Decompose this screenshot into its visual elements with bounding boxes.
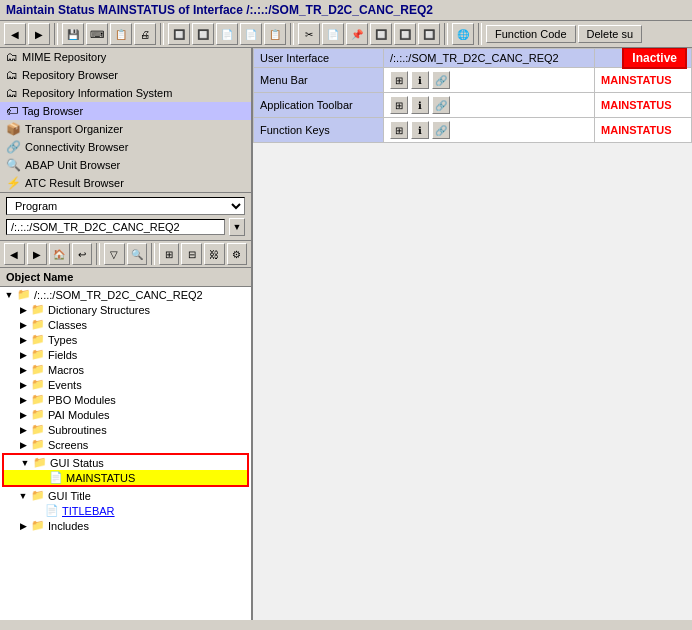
- tree-item-events[interactable]: ▶ 📁 Events: [0, 377, 251, 392]
- root-label: /:.:.:/SOM_TR_D2C_CANC_REQ2: [32, 289, 203, 301]
- sep1: [54, 23, 58, 45]
- function-code-btn[interactable]: Function Code: [486, 25, 576, 43]
- classes-expander[interactable]: ▶: [16, 320, 30, 330]
- repo-info-icon: 🗂: [6, 86, 18, 100]
- shortcut-btn[interactable]: ⌨: [86, 23, 108, 45]
- tree-expand-btn[interactable]: ⊞: [159, 243, 180, 265]
- tree-item-pbo[interactable]: ▶ 📁 PBO Modules: [0, 392, 251, 407]
- tag-browser-icon: 🏷: [6, 104, 18, 118]
- program-input[interactable]: [6, 219, 225, 235]
- tree-item-dict[interactable]: ▶ 📁 Dictionary Structures: [0, 302, 251, 317]
- content-table: User Interface /:.:.:/SOM_TR_D2C_CANC_RE…: [253, 48, 692, 143]
- fields-expander[interactable]: ▶: [16, 350, 30, 360]
- sidebar-item-abap-unit[interactable]: 🔍 ABAP Unit Browser: [0, 156, 251, 174]
- nav-up-btn[interactable]: 🏠: [49, 243, 70, 265]
- function-keys-icons-cell: ⊞ ℹ 🔗: [384, 118, 595, 143]
- tree-collapse-btn[interactable]: ⊟: [181, 243, 202, 265]
- btn11[interactable]: 🔲: [394, 23, 416, 45]
- tree-item-macros[interactable]: ▶ 📁 Macros: [0, 362, 251, 377]
- sidebar-item-transport[interactable]: 📦 Transport Organizer: [0, 120, 251, 138]
- tree-item-classes[interactable]: ▶ 📁 Classes: [0, 317, 251, 332]
- pai-expander[interactable]: ▶: [16, 410, 30, 420]
- btn10[interactable]: 🔲: [370, 23, 392, 45]
- types-label: Types: [46, 334, 77, 346]
- tree-item-mainstatus[interactable]: 📄 MAINSTATUS: [4, 470, 247, 485]
- user-interface-label: User Interface: [254, 49, 384, 68]
- app-toolbar-label: Application Toolbar: [254, 93, 384, 118]
- classes-label: Classes: [46, 319, 87, 331]
- back-btn[interactable]: ◀: [4, 23, 26, 45]
- function-keys-link-btn[interactable]: 🔗: [432, 121, 450, 139]
- gui-status-expander[interactable]: ▼: [18, 458, 32, 468]
- tree-settings-btn[interactable]: ⚙: [227, 243, 248, 265]
- tree-item-titlebar[interactable]: 📄 TITLEBAR: [0, 503, 251, 518]
- menu-bar-info-btn[interactable]: ℹ: [411, 71, 429, 89]
- includes-expander[interactable]: ▶: [16, 521, 30, 531]
- types-expander[interactable]: ▶: [16, 335, 30, 345]
- btn5[interactable]: 🔲: [168, 23, 190, 45]
- pbo-folder-icon: 📁: [30, 393, 46, 406]
- app-toolbar-info-btn[interactable]: ℹ: [411, 96, 429, 114]
- subroutines-expander[interactable]: ▶: [16, 425, 30, 435]
- btn6[interactable]: 🔲: [192, 23, 214, 45]
- sidebar-item-repo-browser[interactable]: 🗂 Repository Browser: [0, 66, 251, 84]
- btn7[interactable]: 📄: [216, 23, 238, 45]
- tree-root[interactable]: ▼ 📁 /:.:.:/SOM_TR_D2C_CANC_REQ2: [0, 287, 251, 302]
- tree-item-includes[interactable]: ▶ 📁 Includes: [0, 518, 251, 533]
- btn3[interactable]: 📋: [110, 23, 132, 45]
- tree-item-fields[interactable]: ▶ 📁 Fields: [0, 347, 251, 362]
- btn4[interactable]: 🖨: [134, 23, 156, 45]
- menu-bar-link-btn[interactable]: 🔗: [432, 71, 450, 89]
- tree-item-types[interactable]: ▶ 📁 Types: [0, 332, 251, 347]
- fields-label: Fields: [46, 349, 77, 361]
- dict-expander[interactable]: ▶: [16, 305, 30, 315]
- tree-search-btn[interactable]: 🔍: [127, 243, 148, 265]
- btn12[interactable]: 🔲: [418, 23, 440, 45]
- cut-btn[interactable]: ✂: [298, 23, 320, 45]
- tree-item-subroutines[interactable]: ▶ 📁 Subroutines: [0, 422, 251, 437]
- paste-btn[interactable]: 📌: [346, 23, 368, 45]
- save-btn[interactable]: 💾: [62, 23, 84, 45]
- copy-btn[interactable]: 📄: [322, 23, 344, 45]
- network-btn[interactable]: 🌐: [452, 23, 474, 45]
- screens-expander[interactable]: ▶: [16, 440, 30, 450]
- forward-btn[interactable]: ▶: [28, 23, 50, 45]
- tree-filter-btn[interactable]: ▽: [104, 243, 125, 265]
- gui-title-folder-icon: 📁: [30, 489, 46, 502]
- btn8[interactable]: 📄: [240, 23, 262, 45]
- nav-back-btn[interactable]: ◀: [4, 243, 25, 265]
- program-dropdown[interactable]: Program: [6, 197, 245, 215]
- nav-fwd-btn[interactable]: ▶: [27, 243, 48, 265]
- app-toolbar-add-btn[interactable]: ⊞: [390, 96, 408, 114]
- events-expander[interactable]: ▶: [16, 380, 30, 390]
- gui-title-expander[interactable]: ▼: [16, 491, 30, 501]
- root-expander[interactable]: ▼: [2, 290, 16, 300]
- program-area: Program ▼: [0, 192, 251, 241]
- sidebar-item-mime-repo[interactable]: 🗂 MIME Repository: [0, 48, 251, 66]
- tree-link-btn[interactable]: ⛓: [204, 243, 225, 265]
- sidebar-item-tag-browser[interactable]: 🏷 Tag Browser: [0, 102, 251, 120]
- tree-item-gui-status[interactable]: ▼ 📁 GUI Status: [4, 455, 247, 470]
- pbo-expander[interactable]: ▶: [16, 395, 30, 405]
- sidebar-item-atc-result[interactable]: ⚡ ATC Result Browser: [0, 174, 251, 192]
- sidebar-item-repo-info[interactable]: 🗂 Repository Information System: [0, 84, 251, 102]
- tree-item-screens[interactable]: ▶ 📁 Screens: [0, 437, 251, 452]
- delete-btn[interactable]: Delete su: [578, 25, 642, 43]
- function-keys-add-btn[interactable]: ⊞: [390, 121, 408, 139]
- main-layout: 🗂 MIME Repository 🗂 Repository Browser 🗂…: [0, 48, 692, 620]
- tree-item-pai[interactable]: ▶ 📁 PAI Modules: [0, 407, 251, 422]
- subroutines-folder-icon: 📁: [30, 423, 46, 436]
- title-text: Maintain Status MAINSTATUS of Interface …: [6, 3, 433, 17]
- btn9[interactable]: 📋: [264, 23, 286, 45]
- nav-reload-btn[interactable]: ↩: [72, 243, 93, 265]
- sidebar-item-connectivity[interactable]: 🔗 Connectivity Browser: [0, 138, 251, 156]
- title-bar: Maintain Status MAINSTATUS of Interface …: [0, 0, 692, 21]
- menu-bar-add-btn[interactable]: ⊞: [390, 71, 408, 89]
- program-browse-btn[interactable]: ▼: [229, 218, 245, 236]
- app-toolbar-link-btn[interactable]: 🔗: [432, 96, 450, 114]
- function-keys-info-btn[interactable]: ℹ: [411, 121, 429, 139]
- function-keys-icons: ⊞ ℹ 🔗: [390, 121, 588, 139]
- macros-expander[interactable]: ▶: [16, 365, 30, 375]
- tree-item-gui-title[interactable]: ▼ 📁 GUI Title: [0, 488, 251, 503]
- screens-folder-icon: 📁: [30, 438, 46, 451]
